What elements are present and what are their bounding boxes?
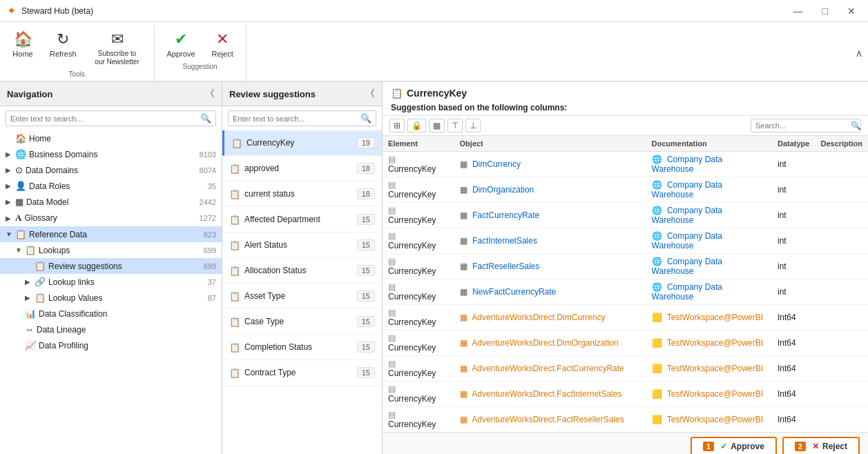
obj-table-icon: ▦	[460, 415, 467, 424]
approve-toolbar-button[interactable]: ✔ Approve	[160, 28, 202, 61]
refresh-button[interactable]: ↻ Refresh	[43, 28, 84, 69]
doc-link[interactable]: TestWorkspace@PowerBI	[667, 364, 763, 373]
ct-search-input[interactable]	[755, 121, 851, 130]
ri-icon-allocation-status: 📋	[229, 266, 240, 276]
nav-item-home[interactable]: 🏠 Home	[0, 130, 222, 146]
nav-item-lookup-values[interactable]: ▶ 📋 Lookup Values 87	[0, 290, 222, 306]
cell-documentation: 🌐 Company Data Warehouse	[646, 254, 772, 279]
nav-panel: Navigation 《 🔍 🏠 Home ▶ 🌐 Business Domai…	[0, 82, 222, 454]
review-search-input[interactable]	[233, 115, 360, 123]
object-link[interactable]: FactInternetSales	[472, 236, 537, 246]
lu-nav-label: Lookups	[39, 246, 204, 255]
ct-search-box: 🔍	[751, 119, 861, 132]
obj-table-icon: ▦	[460, 185, 467, 195]
ct-btn-columns[interactable]: ▦	[429, 119, 445, 132]
object-link[interactable]: NewFactCurrencyRate	[472, 287, 556, 297]
table-row: ▤ CurrencyKey ▦ FactInternetSales 🌐 Comp…	[383, 228, 868, 254]
cell-description	[815, 279, 868, 305]
rd-count: 823	[204, 230, 216, 239]
review-item-case-type[interactable]: 📋 Case Type 15	[222, 309, 382, 335]
review-item-current-status[interactable]: 📋 current status 18	[222, 181, 382, 207]
review-collapse-button[interactable]: 《	[365, 88, 375, 100]
bd-count: 8103	[200, 150, 216, 159]
review-item-asset-type[interactable]: 📋 Asset Type 15	[222, 284, 382, 309]
doc-link[interactable]: TestWorkspace@PowerBI	[667, 338, 763, 348]
nav-item-data-domains[interactable]: ▶ ⊙ Data Domains 8074	[0, 162, 222, 178]
subscribe-button[interactable]: ✉ Subscribe to our Newsletter	[86, 28, 148, 69]
nav-item-reference-data[interactable]: ▼ 📋 Reference Data 823	[0, 226, 222, 242]
review-item-contract-type[interactable]: 📋 Contract Type 15	[222, 360, 382, 386]
ri-icon-current-status: 📋	[229, 189, 240, 199]
review-item-currency-key[interactable]: 📋 CurrencyKey 19	[222, 130, 382, 156]
nav-item-lookup-links[interactable]: ▶ 🔗 Lookup links 37	[0, 274, 222, 290]
ct-btn-lock[interactable]: 🔒	[407, 119, 426, 132]
nav-collapse-button[interactable]: 《	[205, 88, 215, 100]
nav-item-data-roles[interactable]: ▶ 👤 Data Roles 35	[0, 178, 222, 194]
nav-item-data-lineage[interactable]: ↔ Data Lineage	[0, 322, 222, 337]
object-link[interactable]: DimCurrency	[472, 159, 521, 169]
obj-table-icon: ▦	[460, 287, 467, 297]
doc-link[interactable]: TestWorkspace@PowerBI	[667, 415, 763, 424]
cell-datatype: Int64	[772, 407, 815, 433]
object-link[interactable]: AdventureWorksDirect.DimCurrency	[472, 313, 605, 322]
nav-item-business-domains[interactable]: ▶ 🌐 Business Domains 8103	[0, 146, 222, 162]
cell-datatype: Int64	[772, 382, 815, 407]
object-link[interactable]: AdventureWorksDirect.FactResellerSales	[472, 415, 624, 424]
object-link[interactable]: DimOrganization	[472, 185, 534, 195]
ct-btn-clear-filter[interactable]: ⊥	[465, 119, 481, 132]
obj-table-icon: ▦	[460, 364, 467, 373]
nav-item-review-suggestions[interactable]: 📋 Review suggestions 699	[0, 258, 222, 274]
review-item-approved[interactable]: 📋 approved 18	[222, 156, 382, 181]
review-item-allocation-status[interactable]: 📋 Allocation Status 15	[222, 258, 382, 284]
object-link[interactable]: AdventureWorksDirect.DimOrganization	[472, 338, 619, 348]
object-link[interactable]: AdventureWorksDirect.FactInternetSales	[472, 389, 621, 399]
object-link[interactable]: FactResellerSales	[472, 261, 539, 271]
home-button[interactable]: 🏠 Home	[6, 28, 40, 69]
cell-description	[815, 382, 868, 407]
element-field-icon: ▤	[388, 180, 396, 190]
dr-count: 35	[208, 182, 216, 190]
object-link[interactable]: FactCurrencyRate	[472, 210, 539, 220]
cell-datatype: int	[772, 228, 815, 254]
doc-icon: 🟨	[652, 364, 662, 373]
nav-item-data-classification[interactable]: 📊 Data Classification	[0, 306, 222, 322]
minimize-button[interactable]: —	[788, 3, 809, 19]
table-row: ▤ CurrencyKey ▦ AdventureWorksDirect.Dim…	[383, 330, 868, 356]
nav-item-data-profiling[interactable]: 📈 Data Profiling	[0, 337, 222, 353]
lu-expand-icon: ▼	[15, 246, 25, 254]
nav-search-input[interactable]	[10, 115, 200, 123]
maximize-button[interactable]: □	[817, 3, 833, 19]
dd-expand-icon: ▶	[6, 166, 15, 174]
cell-documentation: 🟨 TestWorkspace@PowerBI	[646, 356, 772, 382]
cell-datatype: Int64	[772, 330, 815, 356]
doc-icon: 🌐	[652, 257, 662, 266]
close-button[interactable]: ✕	[842, 3, 861, 19]
nav-search-icon: 🔍	[200, 113, 211, 124]
cell-description	[815, 407, 868, 433]
suggestion-label: Suggestion	[183, 63, 218, 73]
nav-item-data-model[interactable]: ▶ ▦ Data Model 2442	[0, 194, 222, 210]
review-list: 📋 CurrencyKey 19 📋 approved 18 📋 current…	[222, 130, 382, 454]
lv-nav-label: Lookup Values	[48, 293, 208, 303]
reject-toolbar-button[interactable]: ✕ Reject	[205, 28, 240, 61]
rd-nav-icon: 📋	[15, 229, 26, 239]
review-item-completion-status[interactable]: 📋 Completion Status 15	[222, 335, 382, 360]
review-item-alert-status[interactable]: 📋 Alert Status 15	[222, 233, 382, 258]
ct-btn-filter[interactable]: ⊤	[447, 119, 463, 132]
reject-button[interactable]: 2 ✕ Reject	[782, 437, 860, 454]
ri-count-allocation-status: 15	[357, 265, 375, 276]
toolbar-collapse-button[interactable]: ∧	[856, 48, 862, 59]
approve-check-icon: ✓	[720, 442, 727, 451]
nav-item-glossary[interactable]: ▶ A Glossary 1272	[0, 210, 222, 226]
doc-link[interactable]: TestWorkspace@PowerBI	[667, 389, 763, 399]
ct-btn-table[interactable]: ⊞	[389, 119, 405, 132]
object-link[interactable]: AdventureWorksDirect.FactCurrencyRate	[472, 364, 624, 373]
cell-element: ▤ CurrencyKey	[383, 228, 454, 254]
nav-item-lookups[interactable]: ▼ 📋 Lookups 699	[0, 242, 222, 258]
review-item-affected-department[interactable]: 📋 Affected Department 15	[222, 207, 382, 233]
doc-link[interactable]: TestWorkspace@PowerBI	[667, 313, 763, 322]
content-title-text: CurrencyKey	[407, 88, 467, 99]
approve-button[interactable]: 1 ✓ Approve	[691, 437, 777, 454]
cell-description	[815, 356, 868, 382]
review-title: Review suggestions	[229, 89, 316, 99]
